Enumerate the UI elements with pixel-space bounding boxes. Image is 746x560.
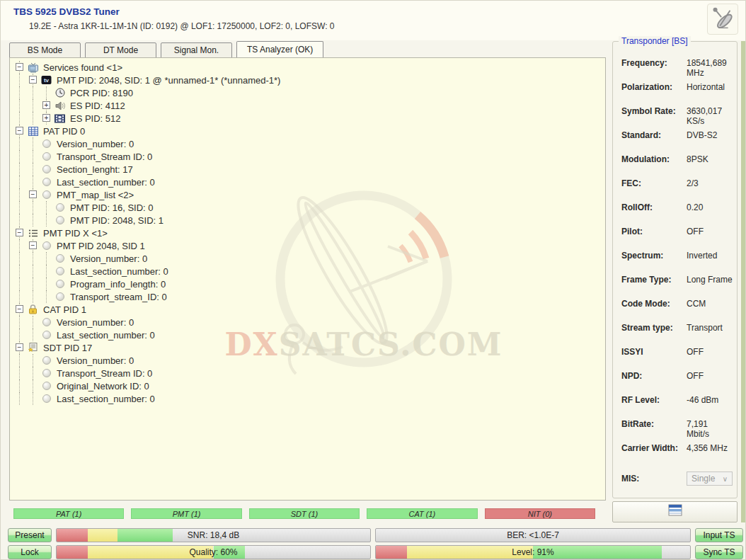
- tree-item-label: PMT PID: 2048, SID: 1 @ *unnamed-1* (*un…: [55, 75, 280, 86]
- tree-guide: [13, 392, 26, 405]
- tree-item[interactable]: −SDT PID 17: [13, 341, 604, 354]
- transponder-label: RollOff:: [621, 202, 687, 212]
- tree-item-label: Last_section_number: 0: [55, 177, 155, 188]
- collapse-icon[interactable]: −: [16, 229, 23, 236]
- tree-item[interactable]: Last_section_number: 0: [13, 176, 604, 188]
- tree-item[interactable]: Version_number: 0: [13, 354, 604, 367]
- lock-icon: [27, 304, 39, 315]
- lock-indicator[interactable]: Lock: [8, 545, 52, 559]
- collapse-icon[interactable]: −: [16, 63, 23, 71]
- tree-item[interactable]: −PMT PID 2048, SID 1: [13, 239, 604, 252]
- sphere-icon: [56, 203, 64, 212]
- tree-item[interactable]: Transport_Stream ID: 0: [13, 367, 604, 379]
- tree-item-label: Version_number: 0: [55, 355, 134, 366]
- tree-item[interactable]: −CAT PID 1: [13, 303, 604, 316]
- tree-guide: [13, 367, 26, 379]
- tree-item[interactable]: Transport_stream_ID: 0: [13, 290, 604, 303]
- tree-guide: [40, 214, 53, 227]
- sphere-icon: [42, 382, 51, 390]
- tree-guide: [13, 379, 26, 392]
- bar-value-text: Level: 91%: [376, 546, 690, 559]
- expand-icon[interactable]: +: [42, 114, 50, 122]
- satellite-dish-icon: [707, 4, 738, 35]
- tree-guide: [26, 176, 40, 188]
- collapse-icon[interactable]: −: [16, 127, 23, 135]
- collapse-icon[interactable]: −: [16, 343, 23, 351]
- tree-item[interactable]: Original_Network ID: 0: [13, 379, 604, 392]
- mis-dropdown[interactable]: Single∨: [687, 472, 733, 486]
- sphere-icon: [54, 215, 66, 226]
- tree-guide: [40, 252, 53, 265]
- tree-item-label: Transport_Stream ID: 0: [55, 368, 152, 379]
- transponder-label: Frequency:: [621, 58, 687, 68]
- mis-label: MIS:: [621, 474, 687, 484]
- collapse-icon[interactable]: −: [29, 190, 37, 198]
- ts-analyzer-panel: DXSATCS.COM −Services found <1>−tvPMT PI…: [9, 57, 606, 501]
- chevron-down-icon: ∨: [723, 475, 728, 483]
- app-title: TBS 5925 DVBS2 Tuner: [13, 6, 120, 17]
- input-ts-button[interactable]: Input TS: [695, 528, 743, 542]
- tree-item[interactable]: −PMT PID X <1>: [13, 227, 604, 239]
- collapse-icon[interactable]: −: [29, 241, 37, 249]
- tree-item[interactable]: Last_section_number: 0: [13, 265, 604, 278]
- tree-item-label: PMT PID: 16, SID: 0: [69, 202, 154, 213]
- tree-guide: −: [13, 227, 26, 239]
- tree-item[interactable]: Program_info_length: 0: [13, 278, 604, 290]
- tree-item[interactable]: −PMT_map_list <2>: [13, 188, 604, 201]
- tree-item[interactable]: Last_section_number: 0: [13, 392, 604, 405]
- tab-bs-mode[interactable]: BS Mode: [9, 42, 81, 58]
- transponder-row: ISSYIOFF: [621, 347, 733, 371]
- transponder-row: Frame Type:Long Frame: [621, 275, 733, 299]
- tree-item[interactable]: −tvPMT PID: 2048, SID: 1 @ *unnamed-1* (…: [13, 74, 604, 86]
- transponder-row: Stream type:Transport: [621, 323, 733, 347]
- tree-item[interactable]: PCR PID: 8190: [13, 86, 604, 99]
- sphere-icon: [42, 178, 51, 186]
- tree-item[interactable]: Version_number: 0: [13, 316, 604, 328]
- transponder-value: OFF: [687, 227, 704, 236]
- sphere-icon: [42, 331, 51, 339]
- tab-dt-mode[interactable]: DT Mode: [85, 42, 156, 58]
- transponder-row: Frequency:18541,689 MHz: [621, 58, 733, 82]
- stream-list-button[interactable]: [612, 501, 738, 522]
- tree-item-label: PMT PID: 2048, SID: 1: [69, 215, 163, 226]
- tree-item-label: Last_section_number: 0: [69, 266, 168, 277]
- tree-item[interactable]: Section_lenght: 17: [13, 163, 604, 176]
- tree-guide: [13, 163, 26, 176]
- sphere-icon: [54, 291, 66, 302]
- sphere-icon: [56, 216, 64, 224]
- tree-guide: [13, 252, 26, 265]
- tree-item-label: ES PID: 512: [69, 113, 121, 124]
- tree-item[interactable]: Transport_Stream ID: 0: [13, 150, 604, 163]
- tree-guide: [13, 278, 26, 290]
- tree-guide: −: [26, 188, 40, 201]
- sphere-icon: [40, 138, 52, 149]
- collapse-icon[interactable]: −: [16, 305, 23, 313]
- collapse-icon[interactable]: −: [29, 76, 37, 84]
- present-indicator[interactable]: Present: [8, 528, 52, 542]
- tree-item-label: Version_number: 0: [55, 139, 134, 149]
- tree-item[interactable]: Last_section_number: 0: [13, 328, 604, 341]
- tree-item[interactable]: Version_number: 0: [13, 252, 604, 265]
- window-edge-strip: [741, 41, 746, 522]
- tree-item[interactable]: PMT PID: 2048, SID: 1: [13, 214, 604, 227]
- tab-ts-analyzer-ok[interactable]: TS Analyzer (OK): [236, 41, 323, 58]
- tree-item[interactable]: Version_number: 0: [13, 137, 604, 150]
- table-icon: [27, 125, 39, 137]
- transponder-label: Standard:: [621, 130, 687, 140]
- tree-guide: [13, 112, 26, 125]
- tree-item[interactable]: −Services found <1>: [13, 61, 604, 74]
- sphere-icon: [42, 152, 51, 161]
- transponder-value: Transport: [687, 323, 723, 333]
- sync-ts-button[interactable]: Sync TS: [695, 545, 743, 559]
- expand-icon[interactable]: +: [42, 101, 50, 109]
- tree-item[interactable]: PMT PID: 16, SID: 0: [13, 201, 604, 214]
- sphere-icon: [42, 356, 51, 365]
- tab-signal-mon[interactable]: Signal Mon.: [161, 42, 232, 58]
- tree-item[interactable]: −PAT PID 0: [13, 125, 604, 137]
- tree-item[interactable]: +ES PID: 4112: [13, 99, 604, 112]
- tree-item-label: Services found <1>: [42, 62, 122, 73]
- services-tv-icon: [27, 62, 39, 73]
- transponder-groupbox: Transponder [BS] Frequency:18541,689 MHz…: [612, 41, 738, 498]
- tree-item[interactable]: +ES PID: 512: [13, 112, 604, 125]
- transponder-value: -46 dBm: [687, 395, 718, 405]
